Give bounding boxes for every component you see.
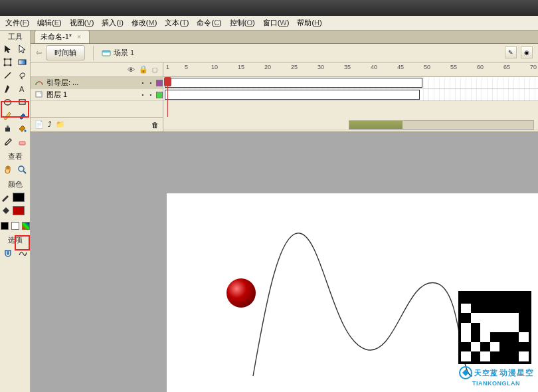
back-icon[interactable]: ⇦ xyxy=(36,49,42,57)
lock-dot[interactable]: • xyxy=(148,80,153,86)
lock-dot[interactable]: • xyxy=(148,92,153,98)
lasso-tool[interactable] xyxy=(16,69,29,81)
color-section-label: 颜色 xyxy=(8,179,23,190)
visibility-dot[interactable]: • xyxy=(140,80,145,86)
layer-row[interactable]: 引导层: ...•• xyxy=(31,77,163,89)
view-section-label: 查看 xyxy=(8,151,23,162)
scrollbar-thumb[interactable] xyxy=(349,121,403,129)
ruler-tick: 15 xyxy=(238,64,244,70)
svg-rect-9 xyxy=(19,100,25,104)
swap-colors-button[interactable] xyxy=(22,222,30,230)
tools-title: 工具 xyxy=(8,31,23,41)
visibility-dot[interactable]: • xyxy=(140,92,145,98)
document-tabs: 未命名-1* × xyxy=(31,31,538,44)
hand-tool[interactable] xyxy=(1,163,15,175)
new-folder-button[interactable]: 📁 xyxy=(56,120,65,129)
ruler-tick: 30 xyxy=(317,64,324,70)
svg-point-11 xyxy=(25,130,27,132)
pen-tool[interactable] xyxy=(1,82,15,94)
document-tab[interactable]: 未命名-1* × xyxy=(35,30,90,43)
pencil-tool[interactable] xyxy=(1,109,15,121)
oval-tool[interactable] xyxy=(1,96,15,108)
new-layer-button[interactable]: 📄 xyxy=(35,120,44,129)
menu-item[interactable]: 视图(V) xyxy=(66,17,98,29)
menu-bar: 文件(F)编辑(E)视图(V)插入(I)修改(M)文本(T)命令(C)控制(O)… xyxy=(0,16,538,31)
frame-row-layer1[interactable] xyxy=(163,89,538,101)
fill-color-well[interactable] xyxy=(13,206,25,215)
frame-span[interactable] xyxy=(165,90,420,100)
frame-span[interactable] xyxy=(165,78,422,88)
ruler-tick: 35 xyxy=(344,64,351,70)
menu-item[interactable]: 文本(T) xyxy=(161,17,193,29)
svg-point-3 xyxy=(4,64,6,66)
nocolor-button[interactable] xyxy=(11,222,19,230)
frame-ruler[interactable]: 15101520253035404550556065707580 xyxy=(163,62,538,77)
svg-point-13 xyxy=(19,166,24,171)
line-tool[interactable] xyxy=(1,69,15,81)
layer-icon xyxy=(35,90,44,100)
menu-item[interactable]: 控制(O) xyxy=(226,17,259,29)
layers-footer: 📄 ⤴ 📁 🗑 xyxy=(31,117,163,132)
svg-rect-12 xyxy=(19,142,25,145)
subselection-tool[interactable] xyxy=(16,43,29,54)
option-smooth-button[interactable] xyxy=(16,247,29,259)
fill-bucket-icon xyxy=(1,206,10,215)
scene-icon xyxy=(102,49,111,58)
svg-point-8 xyxy=(5,100,11,105)
eyedropper-tool[interactable] xyxy=(1,136,15,147)
frames-column: 15101520253035404550556065707580 xyxy=(163,62,538,132)
svg-line-6 xyxy=(5,72,11,78)
ruler-tick: 10 xyxy=(211,64,218,70)
ruler-tick: 70 xyxy=(530,64,537,70)
new-guide-button[interactable]: ⤴ xyxy=(48,120,52,129)
stroke-color-well[interactable] xyxy=(13,193,25,202)
menu-item[interactable]: 帮助(H) xyxy=(293,17,325,29)
options-section-label: 选项 xyxy=(8,235,23,246)
scene-label[interactable]: 场景 1 xyxy=(102,48,134,58)
timeline-panel: 👁 🔒 □ 引导层: ...••图层 1•• 📄 ⤴ 📁 🗑 151015202… xyxy=(31,62,538,132)
menu-item[interactable]: 窗口(W) xyxy=(259,17,294,29)
outline-icon[interactable]: □ xyxy=(151,66,159,74)
svg-point-2 xyxy=(10,58,12,60)
symbol-button[interactable]: ◉ xyxy=(521,47,533,58)
stage-wrapper[interactable]: 天空蓝 动漫星空 TIANKONGLAN xyxy=(31,132,538,392)
menu-item[interactable]: 文件(F) xyxy=(1,17,33,29)
frames-scrollbar[interactable] xyxy=(349,120,534,130)
menu-item[interactable]: 修改(M) xyxy=(128,17,161,29)
brush-tool[interactable] xyxy=(16,109,29,121)
frame-row-guide[interactable] xyxy=(163,77,538,89)
default-colors-button[interactable] xyxy=(1,222,9,230)
logo-icon xyxy=(458,365,473,380)
ink-bottle-tool[interactable] xyxy=(1,122,15,134)
edit-scene-button[interactable]: ✎ xyxy=(505,47,517,58)
zoom-tool[interactable] xyxy=(16,163,29,175)
eraser-tool[interactable] xyxy=(16,136,29,147)
show-hide-icon[interactable]: 👁 xyxy=(127,66,135,74)
menu-item[interactable]: 命令(C) xyxy=(193,17,225,29)
paint-bucket-tool[interactable] xyxy=(16,122,29,134)
text-tool[interactable]: A xyxy=(16,82,29,94)
option-magnet-button[interactable] xyxy=(1,247,15,259)
document-area: 未命名-1* × ⇦ 时间轴 场景 1 ✎ ◉ 👁 🔒 □ xyxy=(31,31,538,392)
rectangle-tool[interactable] xyxy=(16,96,29,108)
free-transform-tool[interactable] xyxy=(1,56,15,68)
frames-area[interactable] xyxy=(163,77,538,117)
gradient-transform-tool[interactable] xyxy=(16,56,29,68)
selection-tool[interactable] xyxy=(1,43,15,54)
ruler-tick: 25 xyxy=(291,64,298,70)
layer-row[interactable]: 图层 1•• xyxy=(31,89,163,101)
outline-color[interactable] xyxy=(156,92,163,98)
playhead[interactable] xyxy=(167,77,168,117)
delete-layer-button[interactable]: 🗑 xyxy=(151,121,159,129)
svg-rect-10 xyxy=(5,128,10,132)
timeline-toggle-button[interactable]: 时间轴 xyxy=(46,45,85,60)
menu-item[interactable]: 编辑(E) xyxy=(33,17,66,29)
close-icon[interactable]: × xyxy=(76,33,82,41)
outline-color[interactable] xyxy=(156,80,163,86)
menu-item[interactable]: 插入(I) xyxy=(98,17,127,29)
lock-icon[interactable]: 🔒 xyxy=(139,65,147,74)
ruler-tick: 60 xyxy=(477,64,484,70)
ruler-tick: 20 xyxy=(264,64,271,70)
scene-toolbar: ⇦ 时间轴 场景 1 ✎ ◉ xyxy=(31,44,538,62)
layer-name: 图层 1 xyxy=(46,90,137,100)
